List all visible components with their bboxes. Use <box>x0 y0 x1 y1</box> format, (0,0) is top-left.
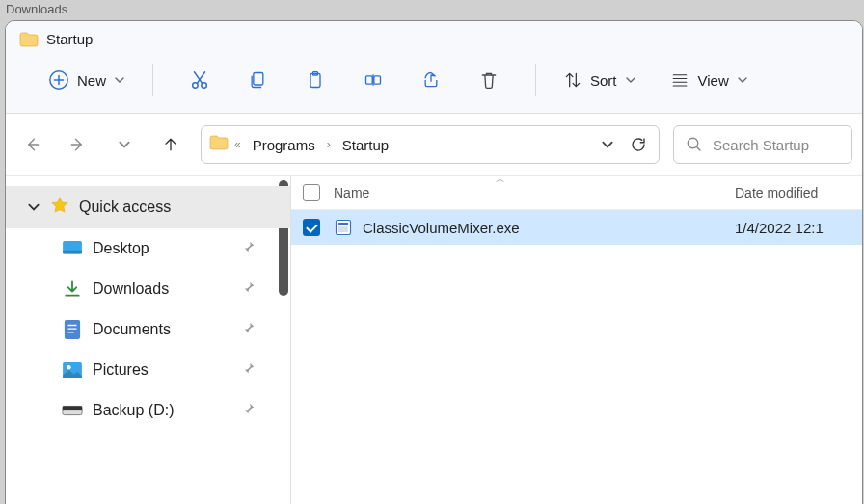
pin-icon <box>242 280 256 298</box>
rename-icon <box>363 70 384 90</box>
svg-rect-18 <box>338 226 348 232</box>
toolbar: New Sort View <box>6 51 862 114</box>
delete-button[interactable] <box>470 63 508 97</box>
recent-dropdown[interactable] <box>108 128 141 161</box>
pin-icon <box>242 361 256 379</box>
svg-rect-6 <box>366 76 373 84</box>
drive-icon <box>62 400 83 421</box>
downloads-icon <box>62 279 83 300</box>
sidebar-item-desktop[interactable]: Desktop <box>6 228 290 269</box>
share-button[interactable] <box>412 63 450 97</box>
column-header-date[interactable]: Date modified <box>735 185 850 200</box>
svg-rect-15 <box>63 406 82 410</box>
main-area: Quick access Desktop Downloads <box>6 176 862 504</box>
chevron-down-icon <box>118 138 131 151</box>
sidebar-item-label: Downloads <box>93 280 169 298</box>
chevron-down-icon <box>27 200 40 214</box>
svg-rect-10 <box>63 251 82 254</box>
sidebar-quick-access[interactable]: Quick access <box>6 186 290 228</box>
view-button[interactable]: View <box>660 66 758 94</box>
address-dropdown[interactable] <box>595 132 620 157</box>
svg-point-13 <box>67 365 71 370</box>
sort-indicator-icon: ︿ <box>496 176 505 186</box>
title-bar: Startup <box>6 21 862 51</box>
copy-icon <box>248 69 267 91</box>
clipboard-icon <box>306 69 325 91</box>
chevron-down-icon <box>737 74 748 86</box>
sidebar-item-label: Documents <box>93 321 171 338</box>
file-list-area: ︿ Name Date modified ClassicVolumeMixer.… <box>291 176 862 504</box>
svg-rect-17 <box>338 223 348 225</box>
sort-button[interactable]: Sort <box>554 65 646 95</box>
breadcrumb-overflow[interactable]: « <box>234 138 241 151</box>
new-button[interactable]: New <box>39 64 135 96</box>
parent-window-label: Downloads <box>0 0 864 18</box>
sidebar-item-pictures[interactable]: Pictures <box>6 350 290 390</box>
select-all-checkbox[interactable] <box>303 184 320 201</box>
separator <box>535 64 536 96</box>
forward-button[interactable] <box>62 128 94 161</box>
folder-icon <box>19 32 39 47</box>
sidebar-item-label: Backup (D:) <box>93 402 174 419</box>
column-label: Name <box>334 185 369 200</box>
exe-icon <box>334 218 353 237</box>
copy-button[interactable] <box>238 63 277 97</box>
file-name: ClassicVolumeMixer.exe <box>363 220 735 236</box>
sidebar-item-backup[interactable]: Backup (D:) <box>6 390 290 431</box>
documents-icon <box>62 319 83 340</box>
sidebar-item-label: Pictures <box>93 361 148 379</box>
explorer-window: Startup New <box>5 20 863 504</box>
row-checkbox[interactable] <box>303 219 320 236</box>
sidebar-item-documents[interactable]: Documents <box>6 309 290 350</box>
address-bar[interactable]: « Programs › Startup <box>201 125 660 164</box>
search-icon <box>686 136 703 153</box>
sidebar: Quick access Desktop Downloads <box>6 176 291 504</box>
sort-label: Sort <box>590 72 617 89</box>
view-label: View <box>698 72 729 89</box>
paste-button[interactable] <box>296 63 335 97</box>
window-title: Startup <box>46 31 93 47</box>
chevron-right-icon[interactable]: › <box>327 138 331 151</box>
scissors-icon <box>189 69 210 91</box>
new-label: New <box>77 72 106 89</box>
up-button[interactable] <box>154 128 187 161</box>
sidebar-item-label: Quick access <box>79 199 171 216</box>
desktop-icon <box>62 238 83 259</box>
folder-icon <box>209 135 229 154</box>
file-date: 1/4/2022 12:1 <box>735 220 850 236</box>
column-header-row: ︿ Name Date modified <box>291 176 862 210</box>
arrow-left-icon <box>22 135 41 154</box>
rename-button[interactable] <box>354 63 392 97</box>
back-button[interactable] <box>15 128 48 161</box>
chevron-down-icon <box>601 138 614 151</box>
list-icon <box>669 71 690 89</box>
star-icon <box>50 196 69 219</box>
search-box[interactable] <box>673 125 852 164</box>
trash-icon <box>479 69 499 91</box>
separator <box>152 64 153 96</box>
svg-rect-7 <box>374 76 381 84</box>
file-row[interactable]: ClassicVolumeMixer.exe 1/4/2022 12:1 <box>291 210 862 245</box>
pin-icon <box>242 402 256 419</box>
breadcrumb-startup[interactable]: Startup <box>337 133 394 157</box>
refresh-icon <box>630 136 647 153</box>
cut-button[interactable] <box>180 63 219 97</box>
column-header-name[interactable]: Name <box>334 185 735 200</box>
sidebar-item-label: Desktop <box>93 240 149 257</box>
svg-rect-11 <box>65 320 80 339</box>
pictures-icon <box>62 359 83 381</box>
chevron-down-icon <box>625 74 636 86</box>
nav-row: « Programs › Startup <box>6 114 862 176</box>
search-input[interactable] <box>713 137 840 153</box>
share-icon <box>420 70 442 90</box>
refresh-button[interactable] <box>626 132 651 157</box>
plus-circle-icon <box>48 69 69 91</box>
svg-rect-3 <box>254 73 263 86</box>
chevron-down-icon <box>114 74 125 86</box>
sort-icon <box>563 70 582 90</box>
arrow-right-icon <box>68 135 88 154</box>
pin-icon <box>242 321 256 338</box>
arrow-up-icon <box>161 135 180 154</box>
breadcrumb-programs[interactable]: Programs <box>247 133 321 157</box>
sidebar-item-downloads[interactable]: Downloads <box>6 269 290 309</box>
